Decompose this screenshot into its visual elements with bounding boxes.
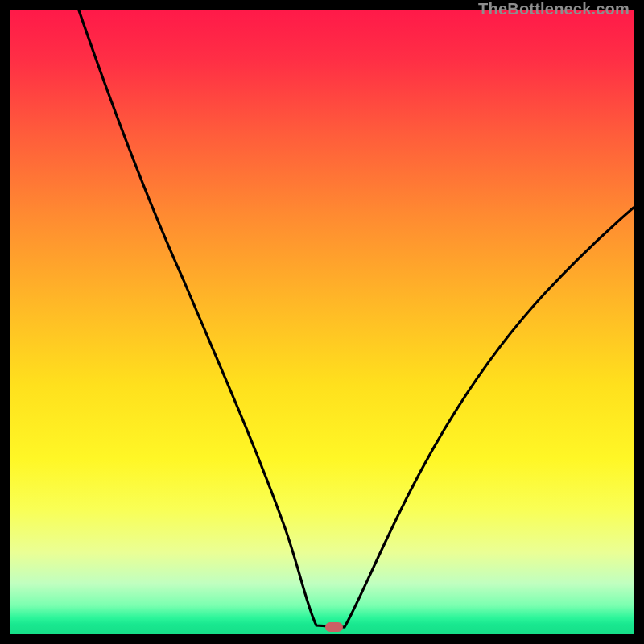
watermark-text: TheBottleneck.com [478,0,630,19]
chart-frame: TheBottleneck.com [0,0,644,644]
optimal-point-marker [325,622,343,632]
plot-area [10,10,634,634]
bottleneck-curve [10,10,634,634]
curve-path [79,10,634,627]
